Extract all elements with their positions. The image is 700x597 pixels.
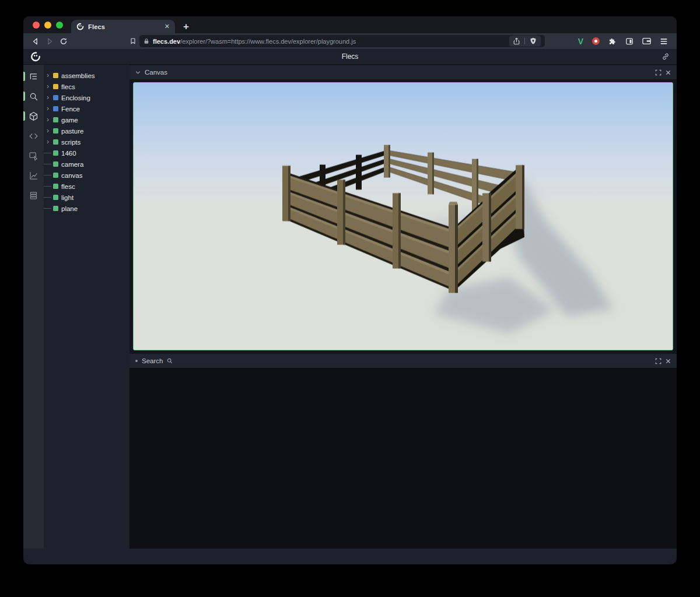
entity-color-square (53, 73, 58, 78)
leaf-line (44, 175, 51, 175)
entity-label: scripts (61, 139, 80, 146)
flecs-explorer-app: Flecs ›assemblies›flecs›Enclosing›Fence›… (23, 49, 677, 549)
active-pill (23, 72, 25, 81)
reload-button[interactable] (57, 35, 71, 48)
entity-label: Enclosing (61, 94, 90, 101)
tree-item-flesc[interactable]: flesc (44, 181, 130, 192)
entity-color-square (53, 184, 58, 189)
code-icon (29, 131, 38, 141)
entity-label: pasture (61, 128, 83, 135)
tree-item-Fence[interactable]: ›Fence (44, 103, 130, 114)
close-panel-icon[interactable] (666, 70, 671, 75)
rail-search-button[interactable] (23, 89, 44, 104)
collapsed-dot-icon[interactable] (135, 360, 138, 362)
leaf-line (44, 208, 51, 209)
entity-label: 1460 (61, 150, 76, 157)
tree-item-camera[interactable]: camera (44, 159, 130, 170)
tree-item-assemblies[interactable]: ›assemblies (44, 70, 130, 81)
fence-scene (134, 83, 673, 350)
inspector-icon (29, 151, 38, 161)
active-pill (23, 111, 25, 121)
rail-code-button[interactable] (23, 128, 44, 143)
rail-chart-button[interactable] (23, 168, 44, 183)
fullscreen-icon[interactable] (655, 358, 662, 364)
tree-item-flecs[interactable]: ›flecs (44, 81, 130, 92)
tree-item-1460[interactable]: 1460 (44, 148, 130, 159)
expand-chevron-icon[interactable]: › (44, 128, 52, 135)
entity-color-square (53, 95, 58, 100)
tree-item-Enclosing[interactable]: ›Enclosing (44, 92, 130, 103)
brave-shield-icon[interactable] (530, 37, 537, 45)
back-button[interactable] (29, 35, 43, 48)
browser-window: Flecs ✕ + flecs.dev/explorer/?wasm=https… (23, 16, 677, 564)
tab-strip: Flecs ✕ + (23, 16, 677, 33)
search-icon (167, 358, 173, 364)
close-button[interactable] (33, 22, 40, 29)
expand-chevron-icon[interactable]: › (44, 117, 52, 124)
expand-chevron-icon[interactable]: › (44, 94, 52, 101)
minimize-button[interactable] (44, 22, 51, 29)
tree-item-pasture[interactable]: ›pasture (44, 125, 130, 136)
entity-label: canvas (61, 172, 82, 179)
entity-color-square (53, 173, 58, 178)
expand-chevron-icon[interactable]: › (44, 139, 52, 146)
rail-rows-button[interactable] (23, 188, 44, 203)
close-panel-icon[interactable] (666, 359, 671, 364)
tool-rail (23, 65, 44, 549)
leaf-line (44, 186, 51, 187)
wallet-icon[interactable] (642, 37, 651, 45)
rail-tree-button[interactable] (23, 69, 44, 84)
permalink-icon[interactable] (662, 52, 670, 61)
active-pill (23, 92, 25, 101)
tree-item-scripts[interactable]: ›scripts (44, 136, 130, 148)
search-panel-title: Search (142, 357, 163, 364)
extensions-puzzle-icon[interactable] (608, 37, 617, 45)
search-panel-body[interactable] (130, 368, 677, 549)
url-host: flecs.dev (153, 38, 180, 45)
entity-color-square (53, 128, 58, 134)
share-icon[interactable] (513, 37, 520, 45)
menu-button[interactable] (660, 38, 668, 45)
leaf-line (44, 197, 51, 198)
extension-badge-icon[interactable] (592, 37, 600, 45)
canvas-panel-header[interactable]: Canvas (130, 65, 677, 79)
canvas-3d-viewport[interactable] (133, 82, 673, 350)
entity-color-square (53, 206, 58, 211)
address-bar[interactable]: flecs.dev/explorer/?wasm=https://www.fle… (139, 35, 545, 47)
chart-icon (29, 171, 38, 181)
rail-cube-button[interactable] (23, 108, 44, 124)
expand-chevron-icon[interactable]: › (44, 106, 52, 113)
search-panel-header[interactable]: Search (130, 354, 677, 368)
entity-color-square (53, 195, 58, 200)
flecs-logo (30, 51, 41, 62)
tree-item-plane[interactable]: plane (44, 203, 130, 214)
tree-item-canvas[interactable]: canvas (44, 170, 130, 181)
expand-chevron-icon[interactable]: › (44, 72, 52, 79)
entity-tree: ›assemblies›flecs›Enclosing›Fence›game›p… (44, 65, 130, 549)
entity-color-square (53, 117, 58, 122)
zoom-button[interactable] (56, 22, 63, 29)
tree-icon (29, 72, 38, 82)
app-header: Flecs (23, 49, 677, 65)
chevron-down-icon[interactable] (135, 70, 141, 75)
bookmark-icon[interactable] (130, 37, 136, 45)
browser-toolbar: flecs.dev/explorer/?wasm=https://www.fle… (23, 33, 677, 49)
tree-item-light[interactable]: light (44, 192, 130, 203)
canvas-panel-title: Canvas (145, 69, 167, 76)
new-tab-button[interactable]: + (183, 22, 189, 31)
tab-close-icon[interactable]: ✕ (164, 23, 170, 30)
sidebar-toggle-icon[interactable] (625, 37, 634, 45)
browser-tab[interactable]: Flecs ✕ (71, 20, 175, 33)
tree-item-game[interactable]: ›game (44, 114, 130, 125)
entity-color-square (53, 161, 58, 167)
forward-button[interactable] (43, 35, 57, 48)
expand-chevron-icon[interactable]: › (44, 83, 52, 90)
fullscreen-icon[interactable] (655, 69, 662, 76)
vue-devtools-icon[interactable]: V (578, 37, 583, 46)
main-panels: Canvas (130, 65, 677, 549)
rail-inspector-button[interactable] (23, 148, 44, 163)
cube-icon (29, 111, 38, 121)
entity-label: Fence (61, 106, 80, 113)
extension-icons: V (578, 37, 671, 46)
lock-icon (144, 38, 149, 44)
